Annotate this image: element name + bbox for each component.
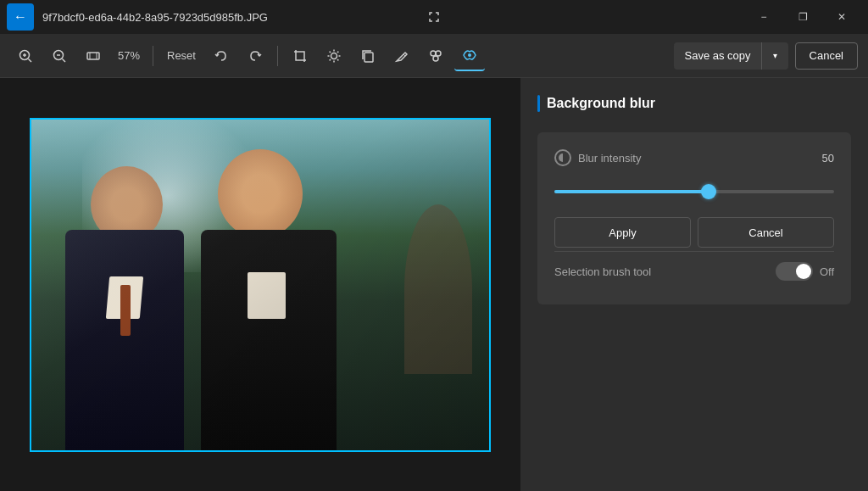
- restore-button[interactable]: ❐: [783, 3, 822, 31]
- svg-rect-7: [87, 53, 99, 59]
- brightness-button[interactable]: [319, 41, 349, 71]
- selection-brush-label: Selection brush tool: [554, 265, 776, 278]
- svg-point-24: [468, 53, 471, 57]
- slider-thumb[interactable]: [701, 184, 716, 199]
- back-button[interactable]: [7, 3, 34, 31]
- panel-cancel-button[interactable]: Cancel: [698, 217, 834, 248]
- svg-line-3: [29, 59, 32, 62]
- background-blur-title: Background blur: [547, 96, 655, 111]
- zoom-fit-button[interactable]: [78, 41, 108, 71]
- slider-fill: [554, 190, 709, 193]
- zoom-out-button[interactable]: [44, 41, 75, 71]
- zoom-level-display: 57%: [112, 49, 146, 62]
- copy-button[interactable]: [353, 41, 383, 71]
- section-title-accent: [537, 95, 540, 112]
- crop-button[interactable]: [285, 41, 315, 71]
- selection-brush-row: Selection brush tool Off: [554, 255, 834, 287]
- blur-intensity-label: Blur intensity: [578, 152, 815, 165]
- blur-intensity-icon: [554, 149, 571, 166]
- photo-display: [31, 120, 489, 450]
- svg-point-10: [331, 53, 337, 59]
- image-container: [30, 118, 491, 452]
- selection-brush-toggle[interactable]: [776, 262, 813, 281]
- effects-button[interactable]: [420, 41, 451, 71]
- window-controls: − ❐ ✕: [744, 3, 861, 31]
- toggle-state-label: Off: [820, 265, 834, 278]
- close-button[interactable]: ✕: [822, 3, 861, 31]
- right-panel: Background blur Blur intensity 50 Apply …: [520, 78, 868, 491]
- slider-track: [554, 190, 834, 193]
- toolbar-separator-2: [277, 46, 278, 66]
- apply-button[interactable]: Apply: [554, 217, 691, 248]
- main-content: Background blur Blur intensity 50 Apply …: [0, 78, 868, 491]
- save-copy-label: Save as copy: [674, 49, 760, 62]
- toolbar-separator-1: [153, 46, 153, 66]
- svg-line-16: [337, 59, 338, 60]
- blur-section: Blur intensity 50 Apply Cancel Selection…: [537, 132, 851, 304]
- svg-line-20: [403, 54, 405, 56]
- svg-rect-19: [364, 53, 373, 62]
- svg-point-21: [431, 51, 436, 56]
- svg-point-22: [436, 51, 441, 56]
- zoom-in-button[interactable]: [10, 41, 41, 71]
- filename-label: 9f7bdcf0-ed6a-44b2-8a95-7923d5d985fb.JPG: [42, 11, 744, 24]
- toolbar-right: Save as copy ▾ Cancel: [674, 42, 858, 70]
- ai-button[interactable]: [454, 41, 485, 71]
- svg-line-18: [330, 59, 331, 60]
- photo-overlay: [31, 120, 489, 450]
- svg-line-15: [330, 51, 331, 52]
- save-copy-button[interactable]: Save as copy ▾: [674, 42, 787, 70]
- svg-line-6: [63, 59, 66, 62]
- svg-point-23: [433, 56, 438, 61]
- blur-intensity-slider[interactable]: [554, 183, 834, 200]
- panel-divider: [554, 251, 834, 252]
- pen-button[interactable]: [387, 41, 417, 71]
- expand-button[interactable]: [415, 3, 453, 31]
- title-bar: 9f7bdcf0-ed6a-44b2-8a95-7923d5d985fb.JPG…: [0, 0, 868, 34]
- minimize-button[interactable]: −: [744, 3, 783, 31]
- save-copy-dropdown-arrow[interactable]: ▾: [761, 42, 788, 70]
- section-title: Background blur: [537, 95, 851, 112]
- undo-button[interactable]: [206, 41, 236, 71]
- redo-button[interactable]: [240, 41, 270, 71]
- svg-line-17: [337, 51, 338, 52]
- toggle-knob: [796, 264, 811, 279]
- toolbar-cancel-button[interactable]: Cancel: [795, 42, 858, 70]
- image-area: [0, 78, 520, 491]
- blur-intensity-value: 50: [822, 152, 834, 165]
- toggle-container: Off: [776, 262, 834, 281]
- toolbar: 57% Reset: [0, 34, 868, 78]
- blur-intensity-row: Blur intensity 50: [554, 149, 834, 166]
- reset-button[interactable]: Reset: [160, 46, 203, 65]
- action-buttons: Apply Cancel: [554, 217, 834, 248]
